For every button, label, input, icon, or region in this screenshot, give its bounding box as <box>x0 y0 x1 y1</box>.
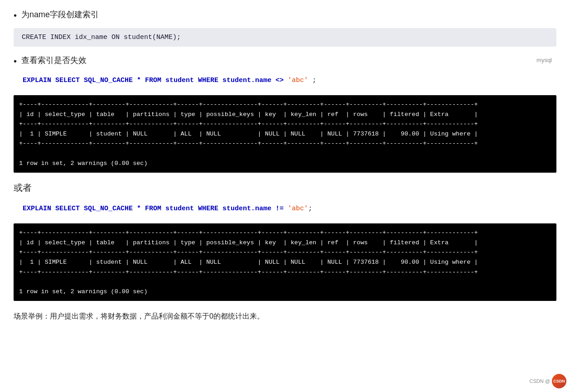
terminal-block-1: +----+-------------+---------+----------… <box>14 95 556 173</box>
or-text: 或者 <box>14 182 556 194</box>
bullet-item-1: • 为name字段创建索引 <box>14 9 556 22</box>
terminal2-line4: | 1 | SIMPLE | student | NULL | ALL | NU… <box>19 259 478 266</box>
bullet-text-2: 查看索引是否失效 <box>21 55 87 66</box>
terminal1-line4: | 1 | SIMPLE | student | NULL | ALL | NU… <box>19 131 478 137</box>
terminal-block-2: +----+-------------+---------+----------… <box>14 223 556 301</box>
explain2-tail: ; <box>308 205 312 213</box>
bullet-dot-1: • <box>14 9 17 22</box>
terminal2-line1: +----+-------------+---------+----------… <box>19 229 478 236</box>
mysql-label: mysql <box>536 57 556 63</box>
create-index-code: CREATE INDEX idx_name ON student(NAME); <box>14 28 556 47</box>
scene-text: 场景举例：用户提出需求，将财务数据，产品利润金额不等于0的都统计出来。 <box>14 310 556 322</box>
terminal2-line5: +----+-------------+---------+----------… <box>19 269 478 276</box>
terminal1-line5: +----+-------------+---------+----------… <box>19 140 478 147</box>
explain2-code: EXPLAIN SELECT SQL_NO_CACHE * FROM stude… <box>14 200 556 217</box>
bullet-text-1: 为name字段创建索引 <box>21 9 99 20</box>
explain2-keywords: EXPLAIN SELECT SQL_NO_CACHE * FROM stude… <box>23 205 288 213</box>
bullet-item-2: • 查看索引是否失效 <box>14 55 87 68</box>
terminal2-line6: 1 row in set, 2 warnings (0.00 sec) <box>19 288 148 295</box>
terminal1-line3: +----+-------------+---------+----------… <box>19 121 478 127</box>
bullet-dot-2: • <box>14 55 17 68</box>
terminal1-line6: 1 row in set, 2 warnings (0.00 sec) <box>19 160 148 167</box>
terminal2-line2: | id | select_type | table | partitions … <box>19 239 478 246</box>
create-index-text: CREATE INDEX idx_name ON student(NAME); <box>22 34 181 41</box>
explain1-string: 'abc' <box>288 77 308 84</box>
terminal1-line2: | id | select_type | table | partitions … <box>19 111 478 118</box>
explain1-keywords: EXPLAIN SELECT SQL_NO_CACHE * FROM stude… <box>23 77 288 84</box>
terminal2-line3: +----+-------------+---------+----------… <box>19 249 478 256</box>
explain2-string: 'abc' <box>288 205 308 213</box>
explain1-tail: ; <box>308 77 316 84</box>
terminal1-line1: +----+-------------+---------+----------… <box>19 101 478 108</box>
explain1-code: EXPLAIN SELECT SQL_NO_CACHE * FROM stude… <box>14 72 556 89</box>
